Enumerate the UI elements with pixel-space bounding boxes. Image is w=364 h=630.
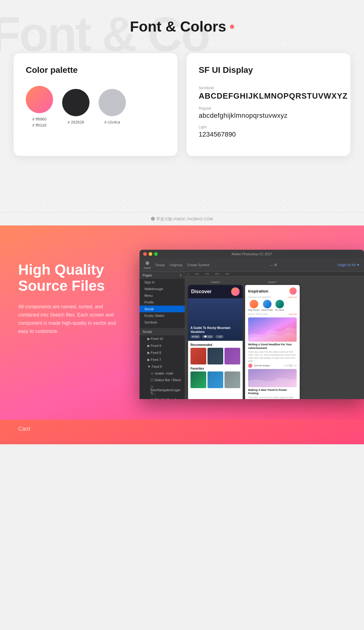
swatch-group-dark: # 262628 [62,89,89,125]
semibold-label: Semibold [199,86,338,90]
wave-chart-2 [248,369,297,387]
ps-close-dot[interactable] [143,252,147,256]
card-label: Card [18,426,30,432]
ps-page-signin[interactable]: Sign In [140,279,185,286]
sf-display-card: SF UI Display Semibold ABCDEFGHIJKLMNOPQ… [187,53,350,156]
ps-canvas-area: 0 200 400 600 800 Feed 6 [185,272,364,399]
recommended-label: Recommended [190,343,240,347]
cards-row: Color palette # ff8960 # ff62a5 # 262628 [12,53,352,156]
article-title-1: Writing A Good Headline For Your Adverti… [248,343,297,350]
source-right-content: Adobe Photoshop CC 2017 ⊕ Insert Group U… [140,250,364,399]
ps-origin-kit-label[interactable]: Origin UI Kit ▼ [338,263,360,267]
ps-tool-group[interactable]: Group [156,263,165,267]
color-swatches: # ff8960 # ff62a5 # 262628 # c2c4ca [26,86,165,128]
ps-window: Adobe Photoshop CC 2017 ⊕ Insert Group U… [140,250,364,399]
swatch-dark-label: # 262628 [68,119,84,125]
talent-label: TALENT OF MONTH [248,296,271,299]
ps-layer-bars-nav[interactable]: ☐ Bars/Navigation/Lager Ti... [140,384,185,397]
ps-page-profile[interactable]: Profile [140,299,185,306]
swatch-group-gradient: # ff8960 # ff62a5 [26,86,53,128]
title-dot-icon [230,25,234,29]
color-palette-card: Color palette # ff8960 # ff62a5 # 262628 [14,53,177,156]
swatch-dark-circle [62,89,89,116]
source-title: High Quality Source Files [18,262,121,294]
ps-layer-feed10[interactable]: ▶ Feed 10 [140,335,185,342]
discover-title: Discover [191,289,212,294]
swatch-light-label: # c2c4ca [104,119,120,125]
article-title-2: Making A New Trend In Poster Printing [248,388,297,395]
discover-hero: A Guide To Rocky Mountain Vacations ♥ 32… [188,298,243,341]
regular-label: Regular [199,106,338,110]
app-screen-discover: Discover A Guide To Rocky Mountain Vacat… [188,285,243,399]
ps-layer-feed6-expand[interactable]: ▼ Feed 6 [140,363,185,370]
app-screen-inspiration: Inspiration TALENT OF MONTH View all [245,285,300,399]
feed7-label: Feed 7 [268,281,277,284]
font-semibold-section: Semibold ABCDEFGHIJKLMNOPQRSTUVWXYZ [199,86,338,101]
ps-tool-ungroup[interactable]: Ungroup [170,263,182,267]
sf-display-title: SF UI Display [199,65,338,75]
article-desc-2: These tips come from the safety experts … [248,396,297,399]
ps-page-symbols[interactable]: Symbols [140,319,185,326]
ps-ruler: 0 200 400 600 800 [185,272,364,276]
feed6-label: Feed 6 [211,281,220,284]
ps-page-menu[interactable]: Menu [140,292,185,299]
ps-layer-feed9[interactable]: ▶ Feed 9 [140,342,185,349]
semibold-text: ABCDEFGHIJKLMNOPQRSTUVWXYZ [199,91,338,101]
ps-add-page-btn[interactable]: + [180,273,182,277]
font-light-section: Light 1234567890 [199,125,338,138]
ps-layers-header: Social [140,328,185,335]
source-description: All components are named, sorted, and co… [18,303,121,336]
ps-window-title: Adobe Photoshop CC 2017 [231,252,272,256]
section-title: Font & Colors [12,18,352,35]
ps-tool-insert[interactable]: ⊕ Insert [144,260,151,269]
inspiration-title: Inspiration [248,289,268,293]
font-regular-section: Regular abcdefghijklmnopqrstuvwxyz [199,106,338,120]
card-section-footer: Card [0,420,364,444]
ps-page-walkthrough[interactable]: Walkthrough [140,286,185,292]
wave-chart [248,317,297,342]
swatch-group-light: # c2c4ca [99,89,126,125]
color-palette-title: Color palette [26,65,165,75]
light-label: Light [199,125,338,129]
ps-pages-header: Pages + [140,272,185,279]
ps-layer-avatar[interactable]: ☺ avatar- male [140,370,185,377]
article-desc-1: These tips come from the safety experts … [248,351,297,362]
source-files-section: High Quality Source Files All components… [0,225,364,420]
ps-page-empty-states[interactable]: Empty States [140,312,185,319]
discover-content: Recommended Favorites [188,341,243,391]
ps-layer-feed8[interactable]: ▶ Feed 8 [140,349,185,356]
most-popular-label: MOST POPULAR [248,313,267,316]
view-all-talent[interactable]: View all [288,296,297,299]
ps-toolbar: ⊕ Insert Group Ungroup Create Symbol —⊕ … [140,258,364,272]
light-text: 1234567890 [199,130,338,138]
ps-layer-ipx-tab[interactable]: ☐ iPX - Tab Bar - 5 Tabs [140,397,185,399]
ps-layer-feed7[interactable]: ▶ Feed 7 [140,356,185,363]
article-avatar [248,364,252,368]
ps-minimize-dot[interactable] [149,252,152,256]
swatch-light-circle [99,89,126,116]
view-all-popular[interactable]: View all [288,313,297,316]
watermark-bar: 🅩 早道大咖 IAMDK.TAOBAO.COM [0,212,364,225]
inspiration-avatar [289,287,297,295]
ps-page-social[interactable]: Social [140,306,185,312]
ps-tool-create-symbol[interactable]: Create Symbol [187,263,209,267]
swatch-gradient-circle [26,86,53,113]
regular-text: abcdefghijklmnopqrstuvwxyz [199,112,338,120]
swatch-gradient-label: # ff8960 # ff62a5 [32,116,47,128]
source-left-content: High Quality Source Files All components… [18,250,121,335]
ps-titlebar: Adobe Photoshop CC 2017 [140,250,364,258]
ps-maximize-dot[interactable] [154,252,158,256]
ps-sidebar: Pages + Sign In Walkthrough Menu Profile… [140,272,185,399]
favorites-label: Favorites [190,367,240,370]
font-colors-section: Font & Co Font & Colors Color palette # … [0,0,364,212]
discover-avatar [231,287,240,296]
ps-main-area: Pages + Sign In Walkthrough Menu Profile… [140,272,364,399]
discover-card-title: A Guide To Rocky Mountain Vacations [190,326,243,334]
ps-layer-status-bar[interactable]: ☐ Status Bar / Black [140,377,185,384]
